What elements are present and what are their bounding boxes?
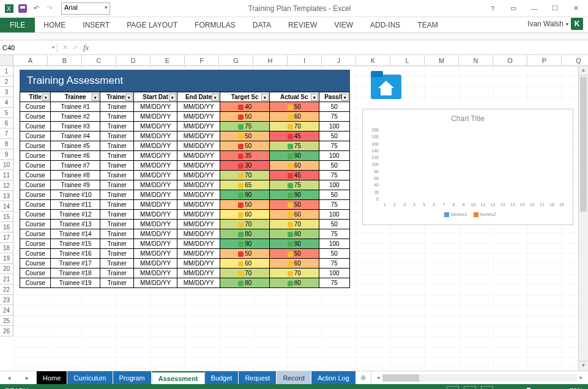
redo-icon[interactable]: ↷ bbox=[44, 3, 55, 14]
actual-score-cell[interactable]: 90 bbox=[269, 239, 319, 249]
cell[interactable]: MM/DD/YY bbox=[177, 220, 220, 229]
actual-score-cell[interactable]: 75 bbox=[269, 180, 319, 190]
filter-dropdown-icon[interactable]: ▾ bbox=[341, 94, 349, 101]
cell[interactable]: Trainee #6 bbox=[51, 151, 100, 161]
pass-cell[interactable]: 100 bbox=[319, 210, 349, 220]
table-row[interactable]: CourseTrainee #1TrainerMM/DD/YYMM/DD/YY4… bbox=[20, 102, 350, 112]
hscroll-left-icon[interactable]: ◄ bbox=[374, 375, 382, 380]
cell[interactable]: MM/DD/YY bbox=[177, 249, 220, 259]
cell[interactable]: Trainer bbox=[100, 210, 133, 220]
ribbon-tab-add-ins[interactable]: ADD-INS bbox=[362, 18, 409, 32]
table-row[interactable]: CourseTrainee #6TrainerMM/DD/YYMM/DD/YY3… bbox=[20, 151, 350, 161]
col-header[interactable]: H bbox=[253, 55, 288, 66]
cell[interactable]: MM/DD/YY bbox=[177, 210, 220, 220]
target-score-cell[interactable]: 80 bbox=[220, 229, 270, 239]
row-header[interactable]: 6 bbox=[0, 118, 13, 128]
table-header[interactable]: Title▾ bbox=[20, 92, 51, 102]
ribbon-tab-view[interactable]: VIEW bbox=[326, 18, 362, 32]
row-header[interactable]: 20 bbox=[0, 264, 13, 274]
cell[interactable]: Course bbox=[20, 171, 51, 180]
target-score-cell[interactable]: 90 bbox=[220, 190, 270, 200]
cell[interactable]: Trainer bbox=[100, 190, 133, 200]
cell[interactable]: MM/DD/YY bbox=[134, 171, 177, 180]
table-row[interactable]: CourseTrainee #14TrainerMM/DD/YYMM/DD/YY… bbox=[20, 229, 350, 239]
cell[interactable]: Trainee #8 bbox=[51, 171, 100, 180]
cell[interactable]: MM/DD/YY bbox=[134, 132, 177, 141]
pass-cell[interactable]: 75 bbox=[319, 278, 349, 288]
sheet-tab-record[interactable]: Record bbox=[277, 371, 311, 384]
actual-score-cell[interactable]: 50 bbox=[269, 249, 319, 259]
target-score-cell[interactable]: 50 bbox=[220, 141, 270, 151]
cell[interactable]: Trainee #16 bbox=[51, 249, 100, 259]
font-selector[interactable]: Arial bbox=[61, 2, 110, 15]
pass-cell[interactable]: 100 bbox=[319, 151, 349, 161]
pass-cell[interactable]: 75 bbox=[319, 200, 349, 210]
target-score-cell[interactable]: 40 bbox=[220, 102, 270, 112]
cell[interactable]: Trainee #10 bbox=[51, 190, 100, 200]
pass-cell[interactable]: 100 bbox=[319, 269, 349, 278]
cell[interactable]: MM/DD/YY bbox=[177, 102, 220, 112]
pass-cell[interactable]: 100 bbox=[319, 180, 349, 190]
row-header[interactable]: 19 bbox=[0, 253, 13, 264]
pass-cell[interactable]: 75 bbox=[319, 171, 349, 180]
cell[interactable]: Trainee #7 bbox=[51, 161, 100, 171]
sheet-tab-action-log[interactable]: Action Log bbox=[311, 371, 356, 384]
cell[interactable]: Course bbox=[20, 190, 51, 200]
table-header[interactable]: Trainer▾ bbox=[100, 92, 133, 102]
actual-score-cell[interactable]: 60 bbox=[269, 210, 319, 220]
row-header[interactable]: 22 bbox=[0, 284, 13, 295]
cell[interactable]: MM/DD/YY bbox=[177, 161, 220, 171]
minimize-icon[interactable]: — bbox=[527, 3, 541, 14]
help-icon[interactable]: ? bbox=[485, 3, 500, 14]
cancel-formula-icon[interactable]: ✕ bbox=[62, 43, 68, 51]
cell[interactable]: Course bbox=[20, 161, 51, 171]
filter-dropdown-icon[interactable]: ▾ bbox=[311, 94, 318, 101]
cell[interactable]: Course bbox=[20, 180, 51, 190]
ribbon-tab-insert[interactable]: INSERT bbox=[74, 18, 118, 32]
cell[interactable]: MM/DD/YY bbox=[177, 132, 220, 141]
row-header[interactable]: 17 bbox=[0, 232, 13, 243]
cell[interactable]: Course bbox=[20, 132, 51, 141]
cell[interactable]: MM/DD/YY bbox=[177, 259, 220, 269]
table-row[interactable]: CourseTrainee #15TrainerMM/DD/YYMM/DD/YY… bbox=[20, 239, 350, 249]
col-header[interactable]: B bbox=[48, 55, 82, 66]
col-header[interactable]: I bbox=[288, 55, 322, 66]
actual-score-cell[interactable]: 80 bbox=[269, 278, 319, 288]
target-score-cell[interactable]: 75 bbox=[220, 122, 270, 132]
cell[interactable]: Trainee #2 bbox=[51, 112, 100, 122]
cell[interactable]: MM/DD/YY bbox=[177, 151, 220, 161]
pass-cell[interactable]: 75 bbox=[319, 112, 349, 122]
cell[interactable]: Trainer bbox=[100, 180, 133, 190]
target-score-cell[interactable]: 50 bbox=[220, 132, 270, 141]
horizontal-scrollbar[interactable]: ◄ ► bbox=[371, 371, 588, 384]
sheet-nav-arrows[interactable]: ◄► bbox=[0, 371, 37, 384]
col-header[interactable]: N bbox=[459, 55, 493, 66]
cell[interactable]: Course bbox=[20, 259, 51, 269]
pass-cell[interactable]: 100 bbox=[319, 122, 349, 132]
cell[interactable]: Course bbox=[20, 229, 51, 239]
pass-cell[interactable]: 50 bbox=[319, 161, 349, 171]
row-header[interactable]: 25 bbox=[0, 316, 13, 326]
target-score-cell[interactable]: 80 bbox=[220, 278, 270, 288]
formula-input[interactable] bbox=[94, 42, 588, 53]
cell[interactable]: MM/DD/YY bbox=[134, 180, 177, 190]
table-header[interactable]: Actual Sc▾ bbox=[269, 92, 319, 102]
sheet-body[interactable]: Training Assessment Title▾Trainee▾Traine… bbox=[13, 66, 588, 371]
add-sheet-button[interactable]: ⊕ bbox=[356, 371, 371, 384]
cell[interactable]: MM/DD/YY bbox=[134, 122, 177, 132]
scroll-thumb[interactable] bbox=[580, 77, 587, 212]
cell[interactable]: Trainer bbox=[100, 141, 133, 151]
table-row[interactable]: CourseTrainee #11TrainerMM/DD/YYMM/DD/YY… bbox=[20, 200, 350, 210]
select-all-corner[interactable] bbox=[0, 55, 13, 66]
pass-cell[interactable]: 100 bbox=[319, 239, 349, 249]
col-header[interactable]: Q bbox=[562, 55, 588, 66]
col-header[interactable]: K bbox=[356, 55, 390, 66]
cell[interactable]: MM/DD/YY bbox=[177, 171, 220, 180]
cell[interactable]: Course bbox=[20, 112, 51, 122]
cell[interactable]: MM/DD/YY bbox=[177, 278, 220, 288]
actual-score-cell[interactable]: 45 bbox=[269, 171, 319, 180]
actual-score-cell[interactable]: 45 bbox=[269, 132, 319, 141]
cell[interactable]: MM/DD/YY bbox=[134, 102, 177, 112]
col-header[interactable]: M bbox=[425, 55, 459, 66]
sheet-tab-budget[interactable]: Budget bbox=[205, 371, 239, 384]
